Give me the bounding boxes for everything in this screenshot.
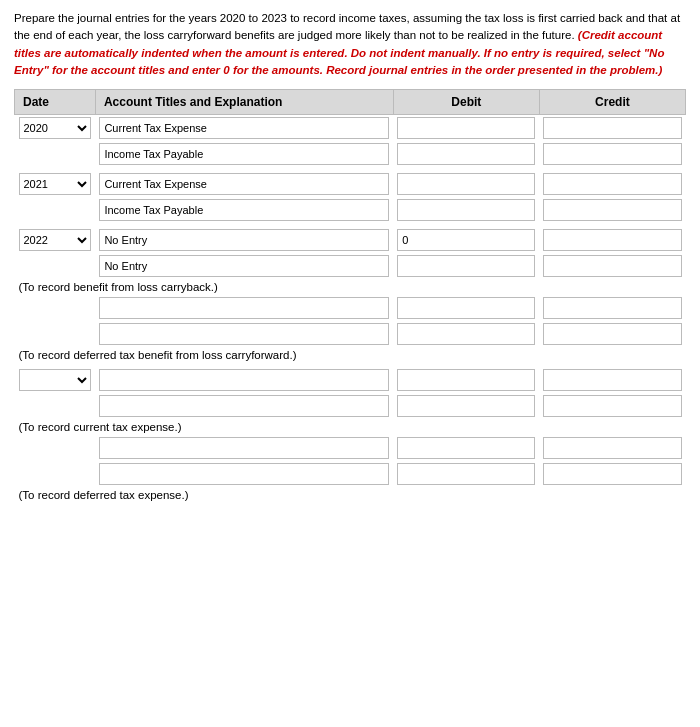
debit-2022-cf-line2[interactable] xyxy=(397,323,535,345)
account-2021-line2[interactable] xyxy=(99,199,389,221)
credit-2020-line1[interactable] xyxy=(543,117,681,139)
header-account: Account Titles and Explanation xyxy=(95,90,393,115)
table-row xyxy=(15,295,686,321)
table-row: 2020 2021 2022 2023 xyxy=(15,115,686,142)
table-row xyxy=(15,141,686,167)
credit-2023-deferred-line2[interactable] xyxy=(543,463,681,485)
table-row xyxy=(15,253,686,279)
debit-2020-line1[interactable] xyxy=(397,117,535,139)
account-2020-line1[interactable] xyxy=(99,117,389,139)
account-2022-cf-line1[interactable] xyxy=(99,297,389,319)
account-2023-current-line1[interactable] xyxy=(99,369,389,391)
journal-table: Date Account Titles and Explanation Debi… xyxy=(14,89,686,503)
table-row: 2022 2020 2021 2023 xyxy=(15,227,686,253)
account-2022-cf-line2[interactable] xyxy=(99,323,389,345)
credit-2022-cf-line2[interactable] xyxy=(543,323,681,345)
year-2020-select[interactable]: 2020 2021 2022 2023 xyxy=(19,117,92,139)
debit-2023-current-line2[interactable] xyxy=(397,395,535,417)
debit-2022-line2[interactable] xyxy=(397,255,535,277)
table-row: 2020 2021 2022 2023 xyxy=(15,367,686,393)
credit-2021-line2[interactable] xyxy=(543,199,681,221)
debit-2023-deferred-line1[interactable] xyxy=(397,437,535,459)
header-date: Date xyxy=(15,90,96,115)
note-row: (To record benefit from loss carryback.) xyxy=(15,279,686,295)
credit-2020-line2[interactable] xyxy=(543,143,681,165)
note-carryforward: (To record deferred tax benefit from los… xyxy=(19,349,297,361)
credit-2023-current-line1[interactable] xyxy=(543,369,681,391)
credit-2022-line2[interactable] xyxy=(543,255,681,277)
year-2023-select[interactable]: 2020 2021 2022 2023 xyxy=(19,369,92,391)
account-2023-deferred-line2[interactable] xyxy=(99,463,389,485)
header-debit: Debit xyxy=(393,90,539,115)
debit-2023-deferred-line2[interactable] xyxy=(397,463,535,485)
note-row: (To record deferred tax benefit from los… xyxy=(15,347,686,363)
note-current-expense: (To record current tax expense.) xyxy=(19,421,182,433)
header-credit: Credit xyxy=(539,90,685,115)
account-2023-deferred-line1[interactable] xyxy=(99,437,389,459)
note-row: (To record deferred tax expense.) xyxy=(15,487,686,503)
year-2022-select[interactable]: 2022 2020 2021 2023 xyxy=(19,229,92,251)
note-deferred-expense: (To record deferred tax expense.) xyxy=(19,489,189,501)
credit-2021-line1[interactable] xyxy=(543,173,681,195)
table-row xyxy=(15,461,686,487)
note-row: (To record current tax expense.) xyxy=(15,419,686,435)
debit-2022-line1[interactable] xyxy=(397,229,535,251)
table-row xyxy=(15,393,686,419)
debit-2021-line1[interactable] xyxy=(397,173,535,195)
debit-2021-line2[interactable] xyxy=(397,199,535,221)
debit-2022-cf-line1[interactable] xyxy=(397,297,535,319)
account-2023-current-line2[interactable] xyxy=(99,395,389,417)
credit-2022-cf-line1[interactable] xyxy=(543,297,681,319)
credit-2023-deferred-line1[interactable] xyxy=(543,437,681,459)
table-row: 2021 2020 2022 2023 xyxy=(15,171,686,197)
account-2021-line1[interactable] xyxy=(99,173,389,195)
table-row xyxy=(15,321,686,347)
debit-2023-current-line1[interactable] xyxy=(397,369,535,391)
instructions: Prepare the journal entries for the year… xyxy=(14,10,686,79)
year-2021-select[interactable]: 2021 2020 2022 2023 xyxy=(19,173,92,195)
credit-2022-line1[interactable] xyxy=(543,229,681,251)
table-row xyxy=(15,197,686,223)
note-carryback: (To record benefit from loss carryback.) xyxy=(19,281,218,293)
account-2020-line2[interactable] xyxy=(99,143,389,165)
account-2022-line1[interactable] xyxy=(99,229,389,251)
account-2022-line2[interactable] xyxy=(99,255,389,277)
debit-2020-line2[interactable] xyxy=(397,143,535,165)
table-row xyxy=(15,435,686,461)
credit-2023-current-line2[interactable] xyxy=(543,395,681,417)
